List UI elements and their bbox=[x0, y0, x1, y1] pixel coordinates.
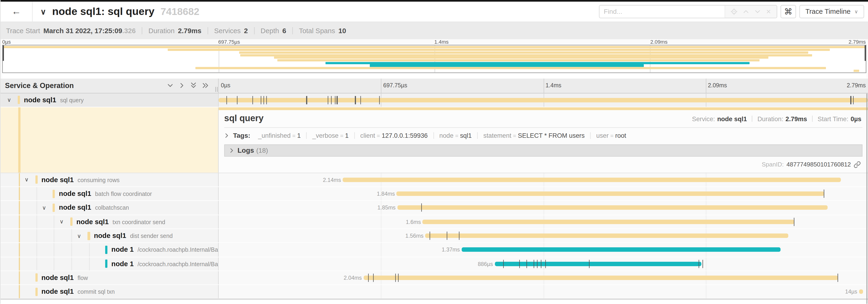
span-bar-cell[interactable]: 1.56ms bbox=[219, 229, 868, 243]
span-row[interactable]: node 1/cockroach.roachpb.Internal/Batch8… bbox=[0, 257, 868, 271]
span-bar[interactable] bbox=[425, 234, 788, 238]
stat-value: March 31 2022, 17:25:09 bbox=[43, 27, 122, 35]
back-button[interactable]: ← bbox=[0, 2, 32, 22]
span-name-cell[interactable]: ∨node sql1sql query bbox=[0, 93, 219, 107]
span-row[interactable]: node sql1flow2.04ms bbox=[0, 271, 868, 285]
span-bar-cell[interactable]: 1.6ms bbox=[219, 215, 868, 229]
ruler-tick-label: 2.79ms bbox=[847, 82, 866, 88]
log-marker-tick bbox=[421, 204, 422, 212]
span-detail-header: sql query Service:node sql1 Duration:2.7… bbox=[224, 113, 862, 124]
trace-id: 7418682 bbox=[160, 6, 199, 18]
span-bar[interactable] bbox=[495, 262, 701, 266]
indent-guide bbox=[19, 229, 20, 243]
trace-stat: Services2 bbox=[214, 27, 248, 35]
span-operation-name: sql query bbox=[60, 97, 84, 103]
span-name-cell[interactable]: node sql1commit sql txn bbox=[0, 285, 219, 299]
minimap-span-bar bbox=[370, 64, 644, 67]
span-name-cell[interactable]: node sql1flow bbox=[0, 271, 219, 284]
span-row[interactable]: ∨node sql1colbatchscan1.85ms bbox=[0, 201, 868, 215]
span-color-bar bbox=[105, 260, 107, 268]
span-bar-cell[interactable]: 886µs bbox=[219, 257, 868, 271]
minimap-tick-label: 2.09ms bbox=[650, 39, 668, 45]
log-marker-tick bbox=[503, 260, 504, 268]
span-bar-cell[interactable]: 1.37ms bbox=[219, 243, 868, 257]
indent-guide bbox=[71, 229, 72, 243]
span-name-cell[interactable]: ∨node sql1colbatchscan bbox=[0, 201, 219, 214]
minimap-view-end-handle[interactable] bbox=[865, 45, 866, 61]
log-marker-tick bbox=[853, 96, 854, 104]
minimap-view-start-handle[interactable] bbox=[3, 45, 4, 61]
span-bar[interactable] bbox=[397, 192, 825, 196]
span-bar-cell[interactable]: 2.14ms bbox=[219, 173, 868, 187]
span-color-bar bbox=[35, 176, 38, 184]
ruler-gridline bbox=[543, 78, 544, 93]
span-name-cell[interactable]: ∨node sql1consuming rows bbox=[0, 173, 219, 187]
span-row[interactable]: ∨node sql1sql query bbox=[0, 93, 868, 107]
clear-find-icon[interactable]: ✕ bbox=[766, 9, 771, 15]
span-bar-cell[interactable]: 1.85ms bbox=[219, 201, 868, 214]
span-name-cell[interactable]: ∨node sql1dist sender send bbox=[0, 229, 219, 243]
find-input[interactable] bbox=[599, 6, 724, 18]
span-bar[interactable] bbox=[343, 177, 841, 182]
deep-link-icon[interactable] bbox=[854, 161, 861, 168]
chevron-down-icon[interactable]: ∨ bbox=[5, 97, 13, 103]
stat-label: Depth bbox=[261, 27, 279, 35]
indent-guide bbox=[36, 215, 37, 229]
span-bar[interactable] bbox=[364, 275, 838, 280]
span-row[interactable]: node 1/cockroach.roachpb.Internal/Batch1… bbox=[0, 243, 868, 257]
minimap-canvas[interactable] bbox=[2, 45, 866, 73]
start-time-label: Start Time: bbox=[817, 115, 848, 122]
span-bar[interactable] bbox=[462, 247, 780, 252]
span-row[interactable]: node sql1commit sql txn14µs bbox=[0, 285, 868, 299]
span-row[interactable]: ∨node sql1consuming rows2.14ms bbox=[0, 173, 868, 187]
log-marker-tick bbox=[379, 96, 380, 104]
scrollbar[interactable] bbox=[866, 93, 868, 304]
span-color-guide bbox=[18, 107, 20, 173]
span-duration-label: 1.84ms bbox=[377, 191, 395, 197]
span-row[interactable]: ∨node sql1txn coordinator send1.6ms bbox=[0, 215, 868, 229]
span-bar-cell[interactable]: 2.04ms bbox=[219, 271, 868, 284]
collapse-one-icon[interactable] bbox=[167, 82, 173, 89]
span-color-bar bbox=[88, 232, 90, 240]
span-name-cell[interactable]: node 1/cockroach.roachpb.Internal/Batch bbox=[0, 257, 219, 271]
stat-separator bbox=[208, 27, 208, 35]
chevron-down-icon[interactable]: ∨ bbox=[58, 219, 66, 225]
log-marker-tick bbox=[533, 260, 534, 268]
chevron-down-icon[interactable]: ∨ bbox=[23, 177, 31, 183]
service-operation-header: Service & Operation bbox=[0, 78, 219, 93]
span-bar[interactable] bbox=[423, 219, 795, 224]
timeline-ruler: 0µs697.75µs1.4ms2.09ms2.79ms bbox=[219, 78, 868, 93]
next-match-icon[interactable] bbox=[754, 9, 760, 15]
chevron-down-icon[interactable]: ∨ bbox=[40, 205, 48, 211]
tags-row[interactable]: Tags: _unfinished=1_verbose=1client=127.… bbox=[224, 129, 862, 142]
span-name-cell[interactable]: node 1/cockroach.roachpb.Internal/Batch bbox=[0, 243, 219, 257]
chevron-down-icon[interactable]: ∨ bbox=[75, 233, 83, 239]
span-bar-cell[interactable] bbox=[219, 93, 868, 107]
collapse-all-icon[interactable] bbox=[190, 82, 196, 89]
locate-icon[interactable] bbox=[731, 9, 737, 15]
span-bar[interactable] bbox=[859, 290, 863, 294]
span-row[interactable]: ∨node sql1dist sender send1.56ms bbox=[0, 229, 868, 243]
ruler-tick-label: 2.09ms bbox=[708, 82, 727, 88]
span-bar-cell[interactable]: 14µs bbox=[219, 285, 868, 299]
span-bar-cell[interactable]: 1.84ms bbox=[219, 187, 868, 201]
log-marker-tick bbox=[430, 232, 431, 240]
span-bar[interactable] bbox=[397, 205, 828, 210]
span-name-cell[interactable]: node sql1batch flow coordinator bbox=[0, 187, 219, 201]
indent-guide bbox=[71, 257, 72, 271]
column-resizer-handle[interactable] bbox=[215, 87, 217, 92]
prev-match-icon[interactable] bbox=[743, 9, 749, 15]
expand-all-icon[interactable] bbox=[202, 82, 209, 89]
span-name-cell[interactable]: ∨node sql1txn coordinator send bbox=[0, 215, 219, 229]
trace-collapse-toggle-icon[interactable]: ∨ bbox=[40, 7, 46, 16]
span-row[interactable]: node sql1batch flow coordinator1.84ms bbox=[0, 187, 868, 201]
trace-stat: Depth6 bbox=[261, 27, 286, 35]
keyboard-shortcuts-button[interactable]: ⌘ bbox=[780, 5, 796, 19]
span-duration-label: 1.6ms bbox=[406, 219, 421, 225]
expand-one-icon[interactable] bbox=[179, 82, 185, 89]
trace-view-selector-button[interactable]: Trace Timeline ∨ bbox=[799, 5, 864, 19]
ruler-gridline bbox=[706, 78, 706, 93]
logs-toggle[interactable]: Logs (18) bbox=[224, 144, 862, 157]
minimap-tick-label: 697.75µs bbox=[218, 39, 240, 45]
span-bar[interactable] bbox=[219, 98, 868, 102]
